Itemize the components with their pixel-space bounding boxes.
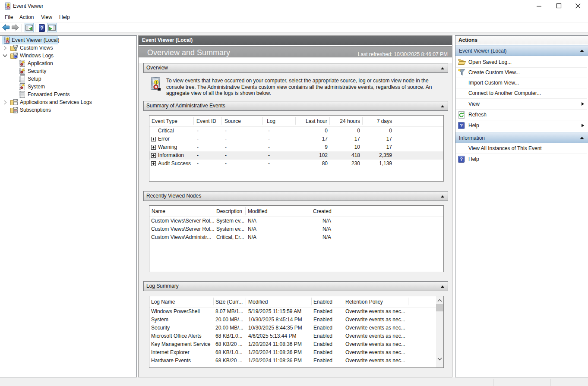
svg-text:?: ? xyxy=(460,123,463,128)
svg-text:!: ! xyxy=(7,38,8,40)
svg-text:!: ! xyxy=(156,80,157,85)
svg-text:?: ? xyxy=(460,157,463,162)
svg-text:!: ! xyxy=(8,3,9,6)
svg-text:?: ? xyxy=(40,25,43,31)
